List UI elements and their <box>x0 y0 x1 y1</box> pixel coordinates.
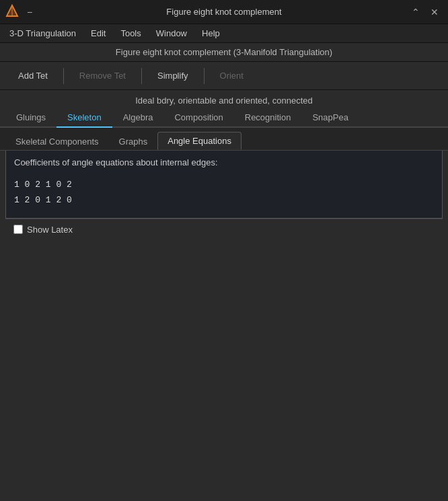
equation-row-2: 1 2 0 1 2 0 <box>14 192 434 208</box>
app-icon <box>5 4 19 20</box>
close-button[interactable]: ✕ <box>426 5 443 19</box>
menu-tools[interactable]: Tools <box>114 26 147 41</box>
info-text: Ideal bdry, orientable and oriented, con… <box>0 90 448 108</box>
simplify-button[interactable]: Simplify <box>145 66 201 85</box>
restore-button[interactable]: ⌃ <box>408 5 424 19</box>
menu-3d-triangulation[interactable]: 3-D Triangulation <box>3 26 83 41</box>
subtitle-bar: Figure eight knot complement (3-Manifold… <box>0 43 448 62</box>
title-bar-controls: ⌃ ✕ <box>408 5 443 19</box>
window-title: Figure eight knot complement <box>166 7 281 17</box>
toolbar-separator-3 <box>204 68 204 84</box>
content-label: Coefficients of angle equations about in… <box>14 157 434 167</box>
remove-tet-button[interactable]: Remove Tet <box>67 66 139 85</box>
tab-recognition[interactable]: Recognition <box>234 108 302 128</box>
toolbar-separator-2 <box>141 68 142 84</box>
equation-row-1: 1 0 2 1 0 2 <box>14 177 434 192</box>
bottom-bar: Show Latex <box>5 219 443 240</box>
sub-tab-skeletal-components[interactable]: Skeletal Components <box>5 132 109 150</box>
subtitle-text: Figure eight knot complement (3-Manifold… <box>116 47 332 57</box>
sub-tab-angle-equations[interactable]: Angle Equations <box>157 132 241 150</box>
tab-algebra[interactable]: Algebra <box>112 108 164 128</box>
toolbar: Add Tet Remove Tet Simplify Orient <box>0 62 448 90</box>
menu-edit[interactable]: Edit <box>84 26 112 41</box>
add-tet-button[interactable]: Add Tet <box>5 66 61 85</box>
content-inner: Coefficients of angle equations about in… <box>6 151 442 218</box>
equation-data: 1 0 2 1 0 2 1 2 0 1 2 0 <box>14 174 434 211</box>
orient-button[interactable]: Orient <box>207 66 256 85</box>
tab-composition[interactable]: Composition <box>163 108 233 128</box>
show-latex-checkbox[interactable] <box>13 225 23 234</box>
sub-tab-bar: Skeletal Components Graphs Angle Equatio… <box>0 128 448 151</box>
title-bar-left: − <box>5 4 36 20</box>
menu-help[interactable]: Help <box>195 26 227 41</box>
main-tab-bar: Gluings Skeleton Algebra Composition Rec… <box>0 108 448 128</box>
menu-window[interactable]: Window <box>149 26 194 41</box>
show-latex-wrapper[interactable]: Show Latex <box>13 225 73 235</box>
tab-skeleton[interactable]: Skeleton <box>57 108 112 128</box>
title-bar: − Figure eight knot complement ⌃ ✕ <box>0 0 448 24</box>
menu-bar: 3-D Triangulation Edit Tools Window Help <box>0 24 448 43</box>
show-latex-label: Show Latex <box>27 225 73 235</box>
info-label: Ideal bdry, orientable and oriented, con… <box>135 95 313 106</box>
toolbar-separator-1 <box>63 68 64 84</box>
content-wrapper: Coefficients of angle equations about in… <box>5 151 443 219</box>
minimize-button[interactable]: − <box>23 5 36 19</box>
tab-gluings[interactable]: Gluings <box>5 108 57 128</box>
sub-tab-graphs[interactable]: Graphs <box>109 132 158 150</box>
tab-snappea[interactable]: SnapPea <box>301 108 359 128</box>
